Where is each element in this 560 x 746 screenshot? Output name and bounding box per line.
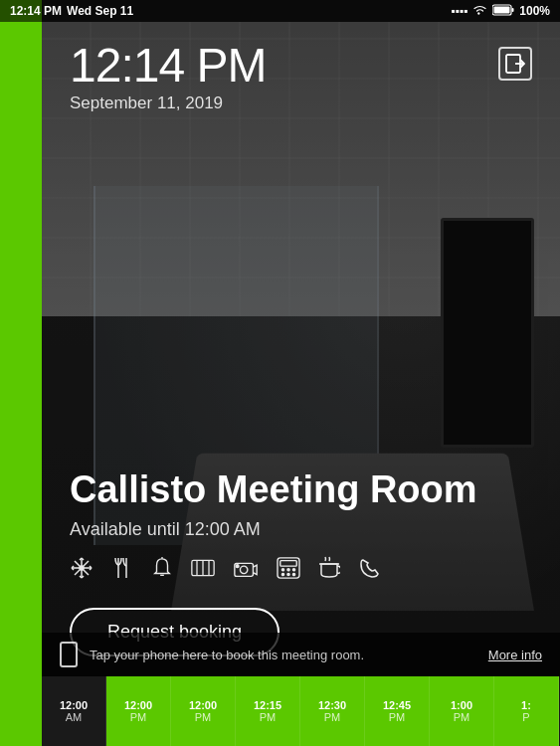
notifications-icon: [151, 556, 173, 586]
green-sidebar: [0, 0, 42, 746]
svg-point-34: [292, 569, 294, 571]
svg-point-37: [292, 573, 294, 575]
svg-point-35: [281, 573, 283, 575]
camera-icon: [233, 558, 259, 584]
timeline-slot[interactable]: 1:P: [494, 676, 559, 746]
desk-phone-icon: [277, 557, 300, 585]
status-bar: 12:14 PM Wed Sep 11 ▪▪▪▪ 100%: [0, 0, 560, 22]
room-info: Callisto Meeting Room Available until 12…: [70, 469, 532, 540]
svg-point-29: [236, 565, 239, 568]
timeline-slot[interactable]: 1:00PM: [430, 676, 494, 746]
top-row: 12:14 PM September 11, 2019: [70, 42, 532, 113]
timeline: 12:00AM12:00PM12:00PM12:15PM12:30PM12:45…: [0, 676, 560, 746]
svg-rect-2: [494, 6, 510, 13]
ac-icon: [70, 556, 93, 586]
svg-point-33: [287, 569, 289, 571]
room-status: Available until 12:00 AM: [70, 519, 532, 540]
timeline-slot[interactable]: 12:00PM: [171, 676, 236, 746]
status-time: 12:14 PM: [10, 4, 62, 18]
status-right: ▪▪▪▪ 100%: [451, 4, 550, 19]
timeline-slot[interactable]: 12:30PM: [300, 676, 365, 746]
amenity-icons-row: [70, 556, 532, 586]
timeline-content: 12:00AM12:00PM12:00PM12:15PM12:30PM12:45…: [42, 676, 560, 746]
current-date: September 11, 2019: [70, 93, 266, 113]
svg-rect-1: [512, 8, 514, 12]
phone-nfc-icon: [60, 642, 78, 667]
main-content: 12:14 PM September 11, 2019 Callisto Mee…: [42, 22, 560, 676]
svg-point-28: [240, 566, 247, 573]
status-left: 12:14 PM Wed Sep 11: [10, 4, 133, 18]
timeline-sidebar: [0, 676, 42, 746]
room-name: Callisto Meeting Room: [70, 469, 532, 511]
svg-rect-31: [280, 561, 297, 567]
timeline-slot[interactable]: 12:00PM: [106, 676, 171, 746]
timeline-slot[interactable]: 12:45PM: [365, 676, 430, 746]
more-info-link[interactable]: More info: [488, 648, 542, 662]
telephone-icon: [358, 556, 382, 586]
battery-pct: 100%: [519, 4, 550, 18]
coffee-icon: [318, 556, 340, 586]
tap-message: Tap your phone here to book this meeting…: [90, 648, 476, 662]
heating-icon: [191, 557, 215, 585]
tap-bar: Tap your phone here to book this meeting…: [42, 633, 560, 676]
svg-point-9: [80, 566, 84, 570]
time-block: 12:14 PM September 11, 2019: [70, 42, 266, 113]
exit-button[interactable]: [498, 47, 532, 81]
timeline-slot[interactable]: 12:00AM: [42, 676, 106, 746]
timeline-slot[interactable]: 12:15PM: [236, 676, 300, 746]
signal-icon: ▪▪▪▪: [451, 4, 467, 18]
svg-point-32: [281, 569, 283, 571]
status-day: Wed Sep 11: [67, 4, 133, 18]
catering-icon: [111, 556, 133, 586]
wifi-icon: [472, 4, 487, 19]
current-time: 12:14 PM: [70, 42, 266, 90]
battery-icon: [492, 4, 514, 19]
svg-point-36: [287, 573, 289, 575]
